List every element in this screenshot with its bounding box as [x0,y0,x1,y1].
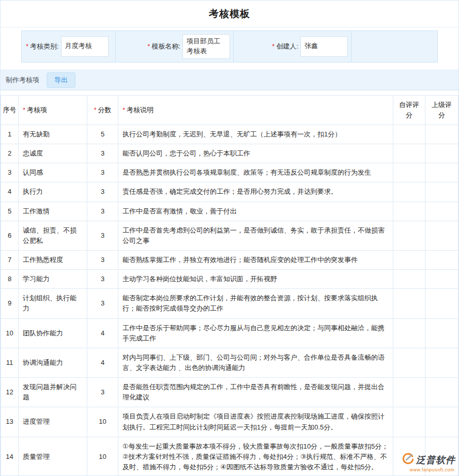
row-description: 是否熟悉并贯彻执行公司各项规章制度、政策等；有无违反公司规章制度的行为发生 [118,163,393,182]
row-self-score-cell [393,270,425,289]
required-marker: * [26,42,28,50]
table-row: 10 团队协作能力 4 工作中是否乐于帮助同事；尽心尽力服从与自己意见相左的决定… [1,318,458,348]
page-title: 考核模板 [209,7,250,21]
row-item: 学习能力 [19,270,87,289]
template-name-label: * 模板名称: [147,42,180,51]
row-superior-score-cell [425,270,458,289]
assessment-template-page: 考核模板 * 考核类别: 月度考核 * 模板名称: 项目部员工考核表 * 创建人… [0,0,459,476]
row-description: 能否制定本岗位所要求的工作计划，并能有效的整合资源，按计划、按要求落实组织执行；… [118,289,393,318]
row-score: 3 [87,182,118,202]
row-description: 对内与同事们、上下级、部门、公司与公司间；对外与客户、合作单位是否具备流畅的语言… [118,348,393,377]
row-superior-score-cell [425,289,458,318]
row-item: 执行力 [19,182,87,202]
row-no: 13 [1,407,19,437]
form-empty-cell [351,31,437,62]
header-form: * 考核类别: 月度考核 * 模板名称: 项目部员工考核表 * 创建人: 张鑫 [21,30,438,63]
row-no: 2 [1,144,19,163]
row-item: 忠诚度 [19,144,87,163]
row-description: 是否能胜任职责范围内规定的工作，工作中是否具有前瞻性，是否能发现问题，并提出合理… [118,378,393,407]
row-self-score-cell [393,163,425,182]
row-score: 3 [87,270,118,289]
required-marker: * [123,106,125,114]
table-row: 5 工作激情 3 工作中是否富有激情，敬业，善于付出 [1,202,458,221]
row-self-score-cell [393,437,425,476]
row-self-score-cell [393,125,425,144]
row-score: 3 [87,378,118,407]
row-score: 3 [87,221,118,250]
creator-value-input[interactable]: 张鑫 [300,36,348,57]
row-item: 计划组织、执行能力 [19,289,87,318]
row-score: 3 [87,289,118,318]
row-score: 3 [87,250,118,269]
category-value-input[interactable]: 月度考核 [61,36,109,57]
row-score: 5 [87,125,118,144]
row-superior-score-cell [425,221,458,250]
col-header-self-score: 自评评分 [393,95,425,125]
row-superior-score-cell [425,125,458,144]
assessment-table-container: 序号 *考核项 *分数 *考核说明 自评评分 上级评分 [1,95,458,476]
row-self-score-cell [393,407,425,437]
form-field-creator: * 创建人: 张鑫 [234,31,351,62]
row-score: 4 [87,348,118,377]
row-item: 有无缺勤 [19,125,87,144]
row-item: 工作熟悉程度 [19,250,87,269]
table-row: 8 学习能力 3 主动学习各种岗位技能知识，丰富知识面，开拓视野 [1,270,458,289]
category-label: * 考核类别: [26,42,59,51]
table-row: 12 发现问题并解决问题 3 是否能胜任职责范围内规定的工作，工作中是否具有前瞻… [1,378,458,407]
row-self-score-cell [393,144,425,163]
row-no: 10 [1,318,19,348]
section-title: 制作考核项 [6,75,39,85]
row-superior-score-cell [425,318,458,348]
row-superior-score-cell [425,250,458,269]
row-no: 14 [1,437,19,476]
table-header: 序号 *考核项 *分数 *考核说明 自评评分 上级评分 [1,95,458,125]
row-no: 7 [1,250,19,269]
form-field-template-name: * 模板名称: 项目部员工考核表 [116,31,234,62]
row-score: 10 [87,407,118,437]
row-description: 执行公司考勤制度，无迟到、无早退、无旷工（上述事项有一次，扣1分） [118,125,393,144]
required-marker: * [147,42,150,50]
header-row: 序号 *考核项 *分数 *考核说明 自评评分 上级评分 [1,95,458,125]
form-field-category: * 考核类别: 月度考核 [22,31,116,62]
row-self-score-cell [393,250,425,269]
row-description: 主动学习各种岗位技能知识，丰富知识面，开拓视野 [118,270,393,289]
export-button[interactable]: 导出 [47,72,75,88]
row-superior-score-cell [425,202,458,221]
table-row: 3 认同感 3 是否熟悉并贯彻执行公司各项规章制度、政策等；有无违反公司规章制度… [1,163,458,182]
row-no: 9 [1,289,19,318]
row-item: 工作激情 [19,202,87,221]
row-item: 团队协作能力 [19,318,87,348]
col-header-no: 序号 [1,95,19,125]
row-self-score-cell [393,221,425,250]
col-header-description: *考核说明 [118,95,393,125]
row-self-score-cell [393,202,425,221]
row-score: 3 [87,202,118,221]
row-no: 3 [1,163,19,182]
row-no: 5 [1,202,19,221]
row-superior-score-cell [425,407,458,437]
row-description: ①每发生一起重大质量事故本项不得分，较大质量事故每次扣10分，一般质量事故扣5分… [118,437,393,476]
row-no: 8 [1,270,19,289]
row-score: 10 [87,437,118,476]
creator-label: * 创建人: [272,42,298,51]
template-name-input[interactable]: 项目部员工考核表 [182,34,230,59]
row-self-score-cell [393,289,425,318]
required-marker: * [272,42,274,50]
row-item: 诚信、担责、不损公肥私 [19,221,87,250]
row-superior-score-cell [425,182,458,202]
row-superior-score-cell [425,163,458,182]
row-superior-score-cell [425,144,458,163]
row-item: 进度管理 [19,407,87,437]
row-score: 3 [87,163,118,182]
table-row: 4 执行力 3 责任感是否强，确定完成交付的工作；是否用心努力完成，并达到要求。 [1,182,458,202]
row-score: 4 [87,318,118,348]
row-description: 工作中是否乐于帮助同事；尽心尽力服从与自己意见相左的决定；与同事相处融洽，能携手… [118,318,393,348]
required-marker: * [94,106,96,114]
table-row: 6 诚信、担责、不损公肥私 3 工作中是否首先考虑到公司的利益第一，是否做到诚信… [1,221,458,250]
row-item: 协调沟通能力 [19,348,87,377]
row-description: 责任感是否强，确定完成交付的工作；是否用心努力完成，并达到要求。 [118,182,393,202]
table-row: 9 计划组织、执行能力 3 能否制定本岗位所要求的工作计划，并能有效的整合资源，… [1,289,458,318]
row-description: 项目负责人在项目启动时制定《项目进度表》按照进度表控制现场施工进度，确保按照计划… [118,407,393,437]
row-description: 能否认同公司，忠于公司，热心于本职工作 [118,144,393,163]
col-header-superior-score: 上级评分 [425,95,458,125]
